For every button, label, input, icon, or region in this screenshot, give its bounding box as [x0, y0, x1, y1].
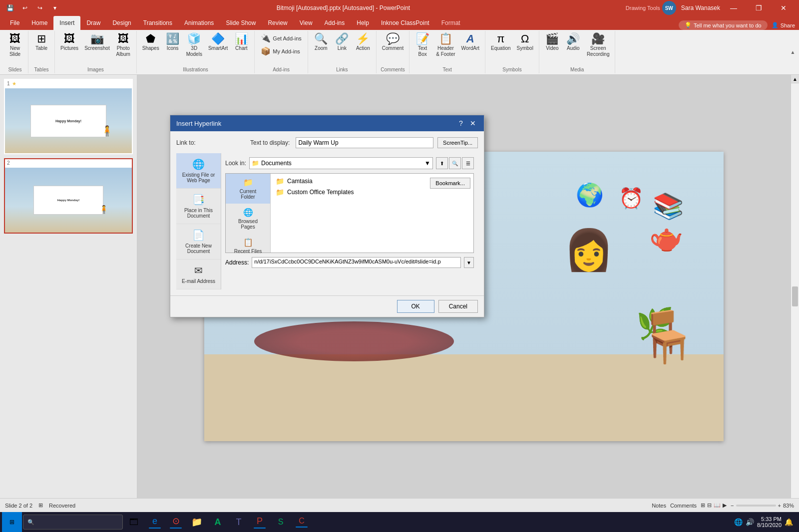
email-address-icon: ✉ — [194, 265, 203, 276]
dialog-title-bar: Insert Hyperlink ? ✕ — [170, 115, 484, 131]
folder-icon: 📁 — [252, 160, 259, 167]
look-in-arrows: ⬆ 🔍 ☰ — [436, 157, 474, 169]
link-to-label: Link to: — [176, 139, 216, 146]
file-browser: 📁 CurrentFolder 🌐 BrowsedPages 📋 Recent … — [225, 173, 474, 253]
dialog-nav: 🌐 Existing File or Web Page 📑 Place in T… — [176, 153, 221, 289]
look-in-row: Look in: 📁 Documents ▼ ⬆ 🔍 ☰ — [225, 157, 474, 169]
dialog-title-text: Insert Hyperlink — [176, 120, 221, 127]
dialog-content-area: Look in: 📁 Documents ▼ ⬆ 🔍 ☰ — [221, 153, 478, 289]
look-in-search-button[interactable]: 🔍 — [449, 157, 461, 169]
nav-existing-file[interactable]: 🌐 Existing File or Web Page — [176, 153, 221, 189]
address-dropdown-button[interactable]: ▼ — [464, 257, 474, 268]
look-in-value: Documents — [261, 160, 422, 167]
shortcut-browsed-pages[interactable]: 🌐 BrowsedPages — [226, 204, 270, 234]
place-in-doc-icon: 📑 — [192, 194, 205, 206]
cancel-button[interactable]: Cancel — [438, 300, 478, 313]
browsed-pages-icon: 🌐 — [243, 208, 253, 217]
address-label: Address: — [225, 259, 249, 266]
ok-button[interactable]: OK — [397, 300, 434, 313]
file-shortcuts: 📁 CurrentFolder 🌐 BrowsedPages 📋 Recent … — [226, 174, 271, 253]
camtasia-folder-icon: 📁 — [276, 177, 284, 185]
bookmark-button[interactable]: Bookmark... — [430, 178, 470, 189]
recent-files-icon: 📋 — [243, 238, 253, 247]
dialog-close-button[interactable]: ✕ — [468, 118, 478, 128]
existing-file-icon: 🌐 — [192, 158, 205, 170]
text-display-row: Link to: Text to display: ScreenTip... — [176, 137, 478, 148]
text-display-input[interactable] — [296, 137, 433, 148]
file-list: 📁 Camtasia 📁 Custom Office Templates — [271, 174, 427, 253]
nav-place-in-doc-label: Place in This Document — [178, 208, 219, 219]
insert-hyperlink-dialog: Insert Hyperlink ? ✕ Link to: Text to di… — [170, 115, 484, 317]
nav-existing-file-label: Existing File or Web Page — [178, 172, 219, 183]
dialog-controls: ? ✕ — [456, 118, 478, 128]
file-item-custom-templates[interactable]: 📁 Custom Office Templates — [273, 187, 425, 198]
dialog-help-button[interactable]: ? — [456, 118, 466, 128]
look-in-label: Look in: — [225, 160, 246, 167]
bookmark-area: Bookmark... — [427, 174, 473, 253]
nav-email-label: E-mail Address — [182, 278, 215, 284]
camtasia-folder-name: Camtasia — [287, 178, 313, 185]
screentip-button[interactable]: ScreenTip... — [437, 137, 478, 148]
dropdown-arrow: ▼ — [424, 160, 430, 167]
look-in-menu-button[interactable]: ☰ — [462, 157, 474, 169]
recent-files-label: Recent Files — [234, 249, 262, 254]
look-in-up-button[interactable]: ⬆ — [436, 157, 448, 169]
nav-place-in-doc[interactable]: 📑 Place in This Document — [176, 189, 221, 224]
dialog-body: Link to: Text to display: ScreenTip... 🌐… — [170, 131, 484, 295]
dialog-overlay: Insert Hyperlink ? ✕ Link to: Text to di… — [0, 0, 799, 532]
create-new-icon: 📄 — [192, 229, 205, 241]
address-row: Address: n/d/17iSxCdCcbc0OC9DCeNKiKAGtNZ… — [225, 257, 474, 268]
browsed-pages-label: BrowsedPages — [238, 219, 258, 230]
nav-create-new-label: Create New Document — [178, 243, 219, 254]
shortcut-recent-files[interactable]: 📋 Recent Files — [226, 234, 270, 258]
nav-email-address[interactable]: ✉ E-mail Address — [176, 260, 221, 289]
address-value: n/d/17iSxCdCcbc0OC9DCeNKiKAGtNZ3w9ifM0cA… — [254, 259, 458, 265]
file-item-camtasia[interactable]: 📁 Camtasia — [273, 176, 425, 187]
address-input[interactable]: n/d/17iSxCdCcbc0OC9DCeNKiKAGtNZ3w9ifM0cA… — [252, 257, 461, 268]
dialog-main-content: 🌐 Existing File or Web Page 📑 Place in T… — [176, 153, 478, 289]
dialog-footer: OK Cancel — [170, 295, 484, 317]
custom-templates-name: Custom Office Templates — [287, 189, 354, 196]
look-in-select[interactable]: 📁 Documents ▼ — [249, 157, 433, 169]
nav-create-new[interactable]: 📄 Create New Document — [176, 224, 221, 260]
current-folder-label: CurrentFolder — [240, 189, 256, 200]
current-folder-icon: 📁 — [243, 178, 253, 187]
text-display-label: Text to display: — [250, 139, 290, 146]
custom-templates-icon: 📁 — [276, 188, 284, 196]
shortcut-current-folder[interactable]: 📁 CurrentFolder — [226, 174, 270, 204]
